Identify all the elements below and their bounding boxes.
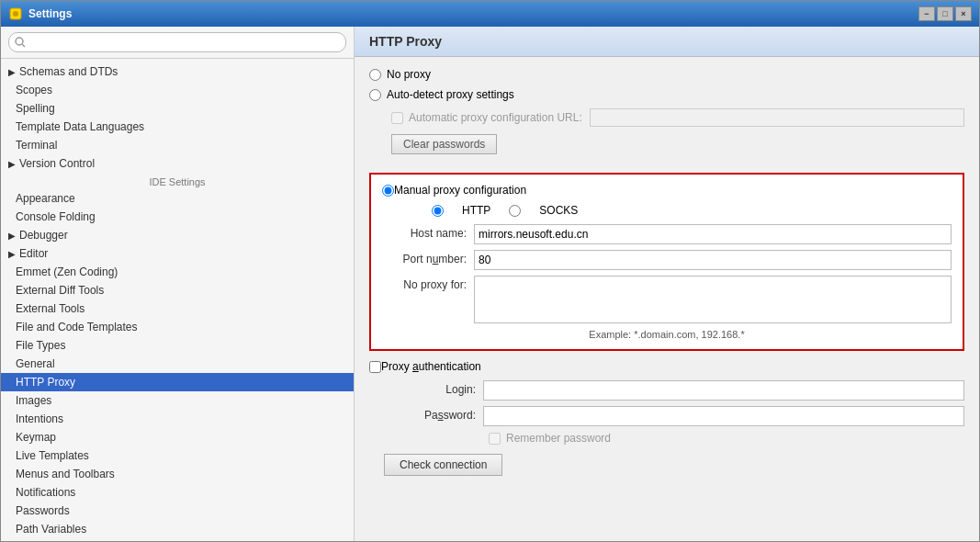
title-bar: Settings − □ × [1, 1, 979, 27]
http-radio[interactable] [432, 205, 444, 217]
arrow-icon: ▶ [8, 249, 16, 259]
search-input[interactable] [8, 32, 346, 52]
login-input[interactable] [483, 380, 964, 401]
check-connection-button[interactable]: Check connection [384, 454, 502, 476]
password-label: Password: [391, 406, 483, 422]
sidebar-item-external-tools[interactable]: External Tools [1, 299, 354, 318]
proxy-auth-checkbox[interactable] [369, 361, 381, 373]
clear-passwords-button[interactable]: Clear passwords [391, 134, 497, 154]
minimize-button[interactable]: − [918, 6, 935, 21]
panel-title: HTTP Proxy [355, 27, 979, 57]
sidebar-item-appearance[interactable]: Appearance [1, 189, 354, 208]
login-row: Login: [391, 380, 964, 401]
sidebar-item-console-folding[interactable]: Console Folding [1, 208, 354, 226]
auto-config-row: Automatic proxy configuration URL: [391, 108, 964, 127]
title-bar-buttons: − □ × [918, 6, 972, 21]
sidebar-item-file-types[interactable]: File Types [1, 336, 354, 355]
sidebar-item-general[interactable]: General [1, 355, 354, 373]
port-number-input[interactable] [474, 250, 952, 270]
sidebar-item-spelling[interactable]: Spelling [1, 99, 354, 118]
no-proxy-for-row: No proxy for: [382, 276, 952, 323]
auto-config-label: Automatic proxy configuration URL: [409, 111, 582, 124]
sidebar-item-file-and-code-templates[interactable]: File and Code Templates [1, 318, 354, 336]
search-box [1, 27, 354, 59]
clear-passwords-container: Clear passwords [369, 134, 964, 164]
manual-proxy-box: Manual proxy configuration HTTP SOCKS Ho… [369, 173, 964, 351]
sidebar-item-schemas-dtds[interactable]: ▶Schemas and DTDs [1, 62, 354, 81]
window-icon [8, 6, 23, 21]
password-input[interactable] [483, 406, 964, 426]
http-label[interactable]: HTTP [462, 204, 490, 217]
sidebar-item-template-data-languages[interactable]: Template Data Languages [1, 118, 354, 136]
window-title: Settings [28, 7, 918, 20]
no-proxy-row: No proxy [369, 68, 964, 81]
remember-row: Remember password [489, 432, 964, 445]
login-label: Login: [391, 380, 483, 396]
sidebar-item-editor[interactable]: ▶Editor [1, 244, 354, 263]
auto-detect-label[interactable]: Auto-detect proxy settings [387, 88, 514, 101]
sidebar-item-terminal[interactable]: Terminal [1, 136, 354, 154]
close-button[interactable]: × [955, 6, 972, 21]
main-content: ▶Schemas and DTDs Scopes Spelling Templa… [1, 27, 979, 541]
sidebar-item-http-proxy[interactable]: HTTP Proxy [1, 373, 354, 391]
sidebar-item-path-variables[interactable]: Path Variables [1, 520, 354, 538]
right-panel: HTTP Proxy No proxy Auto-detect proxy se… [355, 27, 979, 541]
svg-point-1 [13, 11, 18, 17]
arrow-icon: ▶ [8, 67, 16, 77]
panel-content: No proxy Auto-detect proxy settings Auto… [355, 57, 979, 541]
manual-proxy-radio[interactable] [382, 185, 394, 197]
arrow-icon: ▶ [8, 159, 16, 169]
remember-password-label: Remember password [506, 432, 611, 445]
sidebar-item-menus-and-toolbars[interactable]: Menus and Toolbars [1, 465, 354, 483]
no-proxy-label[interactable]: No proxy [387, 68, 431, 81]
sidebar-item-scopes[interactable]: Scopes [1, 81, 354, 99]
maximize-button[interactable]: □ [937, 6, 953, 21]
example-text: Example: *.domain.com, 192.168.* [382, 329, 952, 340]
proxy-auth-label[interactable]: Proxy authentication [381, 360, 481, 373]
sidebar-item-passwords[interactable]: Passwords [1, 502, 354, 520]
sidebar-item-notifications[interactable]: Notifications [1, 483, 354, 502]
no-proxy-for-input[interactable] [474, 276, 952, 323]
settings-window: Settings − □ × ▶Schemas and DTDs Scopes … [0, 0, 980, 542]
remember-password-checkbox[interactable] [489, 433, 501, 445]
password-row: Password: [391, 406, 964, 426]
sidebar-item-images[interactable]: Images [1, 391, 354, 410]
arrow-icon: ▶ [8, 231, 16, 241]
host-name-row: Host name: [382, 224, 952, 244]
ide-settings-header: IDE Settings [1, 173, 354, 189]
manual-proxy-header: Manual proxy configuration [382, 184, 952, 197]
socks-label[interactable]: SOCKS [539, 204, 578, 217]
sidebar-item-debugger[interactable]: ▶Debugger [1, 226, 354, 244]
port-number-row: Port number: [382, 250, 952, 270]
auto-detect-row: Auto-detect proxy settings [369, 88, 964, 101]
proxy-auth-row: Proxy authentication [369, 360, 964, 373]
socks-radio[interactable] [509, 205, 521, 217]
sidebar: ▶Schemas and DTDs Scopes Spelling Templa… [1, 27, 355, 541]
auto-config-checkbox[interactable] [391, 112, 403, 124]
http-socks-row: HTTP SOCKS [400, 204, 952, 217]
sidebar-item-keymap[interactable]: Keymap [1, 428, 354, 446]
no-proxy-radio[interactable] [369, 69, 381, 81]
manual-proxy-label[interactable]: Manual proxy configuration [394, 184, 526, 197]
sidebar-item-emmet[interactable]: Emmet (Zen Coding) [1, 263, 354, 281]
sidebar-list: ▶Schemas and DTDs Scopes Spelling Templa… [1, 59, 354, 541]
sidebar-item-plugins[interactable]: Plugins [1, 538, 354, 541]
sidebar-item-external-diff-tools[interactable]: External Diff Tools [1, 281, 354, 299]
no-proxy-for-label: No proxy for: [382, 276, 474, 291]
host-name-label: Host name: [382, 224, 474, 240]
host-name-input[interactable] [474, 224, 952, 244]
auto-config-input[interactable] [590, 108, 964, 127]
sidebar-item-version-control[interactable]: ▶Version Control [1, 154, 354, 173]
auto-detect-radio[interactable] [369, 89, 381, 101]
sidebar-item-intentions[interactable]: Intentions [1, 410, 354, 428]
sidebar-item-live-templates[interactable]: Live Templates [1, 446, 354, 465]
port-number-label: Port number: [382, 250, 474, 265]
